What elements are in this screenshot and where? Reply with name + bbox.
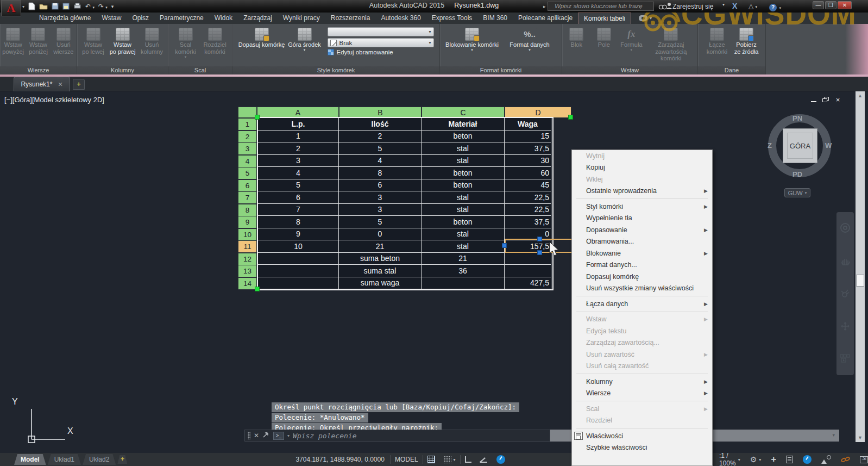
ribbon-tab-zarządzaj[interactable]: Zarządzaj bbox=[238, 13, 278, 24]
cell-C9[interactable]: beton bbox=[422, 216, 505, 228]
signin-caret-icon[interactable]: ▾ bbox=[722, 2, 725, 7]
panel-title-style-komórek[interactable]: Style komórek bbox=[232, 66, 439, 74]
layout-tab-układ2[interactable]: Układ2 bbox=[83, 454, 116, 465]
cell-B11[interactable]: 21 bbox=[339, 240, 422, 253]
save-icon[interactable] bbox=[52, 3, 59, 10]
row-header-9[interactable]: 9 bbox=[238, 216, 257, 228]
command-input[interactable]: Wpisz polecenie bbox=[293, 432, 356, 440]
menu-item-łącza-danych[interactable]: Łącza danych▶ bbox=[572, 298, 712, 310]
cell-A4[interactable]: 3 bbox=[258, 155, 339, 167]
cell-C11[interactable]: stal bbox=[422, 240, 505, 253]
row-header-2[interactable]: 2 bbox=[238, 131, 257, 143]
viewport-minimize-icon[interactable] bbox=[810, 97, 817, 103]
ribbon-tab-rozszerzenia[interactable]: Rozszerzenia bbox=[325, 13, 376, 24]
cell-D13[interactable] bbox=[505, 265, 551, 277]
viewport-close-icon[interactable]: × bbox=[834, 97, 841, 103]
cell-D7[interactable]: 22,5 bbox=[505, 191, 551, 204]
cell-B5[interactable]: 8 bbox=[339, 167, 422, 179]
row-header-12[interactable]: 12 bbox=[238, 253, 257, 265]
menu-item-ostatnie-wprowadzenia[interactable]: Ostatnie wprowadzenia▶ bbox=[572, 185, 712, 197]
ribbon-tab-bim-360[interactable]: BIM 360 bbox=[477, 13, 513, 24]
application-menu-button[interactable]: A bbox=[1, 0, 21, 16]
row-header-11[interactable]: 11 bbox=[238, 240, 257, 253]
menu-item-kolumny[interactable]: Kolumny▶ bbox=[572, 376, 712, 388]
command-extension-caret-icon[interactable]: ▾ bbox=[832, 432, 835, 438]
cell-B4[interactable]: 4 bbox=[339, 155, 422, 167]
ortho-toggle[interactable] bbox=[461, 453, 476, 466]
undo-button[interactable]: ↶ ▾ bbox=[85, 3, 95, 10]
annotation-scale-button[interactable]: :1 / 100%▾ bbox=[715, 453, 745, 466]
help-icon[interactable]: ? ▾ bbox=[769, 2, 781, 11]
viewport-restore-icon[interactable] bbox=[822, 97, 829, 103]
cell-A6[interactable]: 5 bbox=[258, 179, 339, 192]
autoscale-button[interactable] bbox=[798, 453, 816, 466]
annotation-visibility-button[interactable]: + bbox=[766, 453, 781, 466]
cell-D8[interactable]: 22,5 bbox=[505, 204, 551, 216]
cell-D6[interactable]: 45 bbox=[505, 179, 551, 192]
menu-item-szybkie-właściwości[interactable]: Szybkie właściwości bbox=[572, 442, 712, 454]
panel-title-format-komórki[interactable]: Format komórki bbox=[440, 66, 562, 74]
cell-A7[interactable]: 6 bbox=[258, 191, 339, 204]
save-as-icon[interactable] bbox=[62, 3, 70, 10]
command-drag-handle[interactable] bbox=[248, 432, 250, 439]
cell-A9[interactable]: 8 bbox=[258, 216, 339, 228]
menu-item-wypełnienie-tła[interactable]: Wypełnienie tła bbox=[572, 213, 712, 225]
cell-D5[interactable]: 60 bbox=[505, 167, 551, 179]
clean-screen-button[interactable] bbox=[856, 453, 868, 466]
cell-D1[interactable]: Waga bbox=[505, 118, 551, 131]
row-header-13[interactable]: 13 bbox=[238, 265, 257, 277]
layout-tab-model[interactable]: Model bbox=[14, 454, 46, 465]
combo-caret-icon[interactable]: ▾ bbox=[429, 29, 431, 34]
ribbon-tab-narzędzia-główne[interactable]: Narzędzia główne bbox=[34, 13, 96, 24]
panel-title-dane[interactable]: Dane bbox=[698, 66, 765, 74]
autodesk360-icon[interactable]: △ ▾ bbox=[749, 2, 757, 10]
cell-A11[interactable]: 10 bbox=[258, 240, 339, 253]
cell-B13[interactable]: suma stal bbox=[339, 265, 422, 277]
cell-D9[interactable]: 37,5 bbox=[505, 216, 551, 228]
scroll-up-icon[interactable]: ▲ bbox=[856, 93, 865, 98]
row-header-10[interactable]: 10 bbox=[238, 228, 257, 241]
layout-tab-układ1[interactable]: Układ1 bbox=[48, 454, 81, 465]
menu-item-dopasuj-komórkę[interactable]: Dopasuj komórkę bbox=[572, 271, 712, 283]
cell-B9[interactable]: 5 bbox=[339, 216, 422, 228]
exchange-apps-icon[interactable]: X bbox=[732, 2, 737, 10]
table-grip-top-right[interactable] bbox=[568, 115, 573, 120]
app-menu-caret-icon[interactable]: ▾ bbox=[22, 4, 24, 9]
cell-C13[interactable]: 36 bbox=[422, 265, 505, 277]
snap-toggle[interactable]: ▾ bbox=[439, 453, 460, 466]
new-file-icon[interactable] bbox=[28, 2, 35, 10]
grid-toggle[interactable] bbox=[423, 453, 439, 466]
dropdown-caret-icon[interactable]: ▾ bbox=[529, 48, 531, 52]
row-header-3[interactable]: 3 bbox=[238, 142, 257, 155]
cell-B8[interactable]: 3 bbox=[339, 204, 422, 216]
viewport-controls-label[interactable]: [−][Góra][Model szkieletowy 2D] bbox=[4, 96, 104, 104]
cell-B14[interactable]: suma waga bbox=[339, 277, 422, 290]
menu-item-styl-komórki[interactable]: Styl komórki▶ bbox=[572, 201, 712, 213]
edit-border-button[interactable]: Edytuj obramowanie bbox=[328, 49, 434, 55]
menu-item-format-danych[interactable]: Format danych... bbox=[572, 259, 712, 271]
cell-C4[interactable]: stal bbox=[422, 155, 505, 167]
ribbon-tab-wyniki-pracy[interactable]: Wyniki pracy bbox=[278, 13, 325, 24]
cell-A10[interactable]: 9 bbox=[258, 228, 339, 241]
plot-icon[interactable] bbox=[73, 3, 81, 10]
cell-A12[interactable] bbox=[258, 253, 339, 265]
showmotion-icon[interactable] bbox=[840, 354, 851, 365]
ucs-selector-button[interactable]: GUW▾ bbox=[784, 188, 810, 197]
help-search-input[interactable]: Wpisz słowo kluczowe lub frazę bbox=[548, 2, 654, 11]
cell-C8[interactable]: stal bbox=[422, 204, 505, 216]
command-close-icon[interactable]: ✕ bbox=[254, 432, 259, 439]
isolate-objects-button[interactable] bbox=[817, 453, 835, 466]
ribbon-tab-polecane-aplikacje[interactable]: Polecane aplikacje bbox=[513, 13, 578, 24]
cell-grip-top[interactable] bbox=[537, 237, 542, 241]
cell-A14[interactable] bbox=[258, 277, 339, 290]
file-tab-rysunek1[interactable]: Rysunek1* ✕ bbox=[14, 77, 70, 91]
vertical-scrollbar[interactable] bbox=[856, 91, 865, 442]
annotation-list-button[interactable] bbox=[782, 453, 797, 466]
cell-B3[interactable]: 5 bbox=[339, 142, 422, 155]
signin-link[interactable]: Zarejestruj się bbox=[672, 3, 713, 10]
column-header-C[interactable]: C bbox=[422, 107, 505, 118]
search-expand-icon[interactable]: ▸ bbox=[543, 4, 546, 9]
column-header-A[interactable]: A bbox=[257, 107, 339, 118]
column-header-B[interactable]: B bbox=[339, 107, 422, 118]
border-style-combo[interactable]: Brak▾ bbox=[328, 38, 434, 47]
